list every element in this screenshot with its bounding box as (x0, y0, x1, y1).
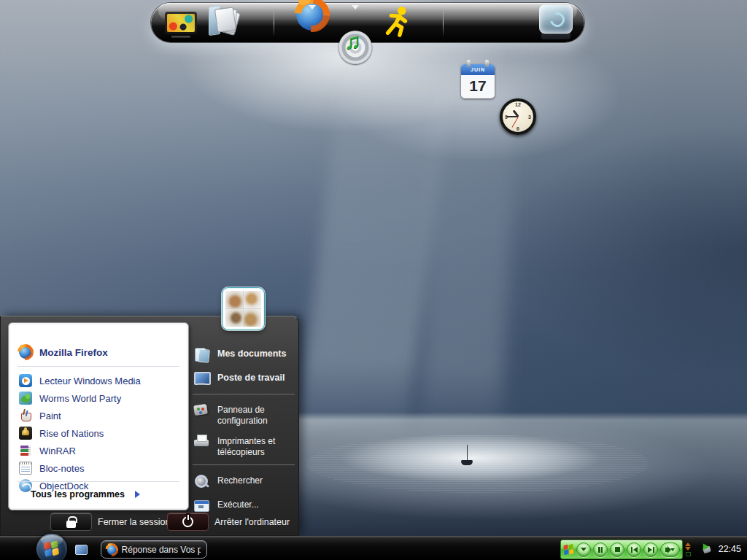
start-menu: Mozilla Firefox Lecteur Windows Media Wo… (0, 316, 299, 536)
firefox-icon (19, 346, 32, 359)
shutdown-label[interactable]: Arrêter l'ordinateur (214, 517, 290, 527)
menu-item-worms[interactable]: Worms World Party (9, 389, 188, 407)
restore-icon (686, 552, 691, 556)
stop-button[interactable] (610, 542, 624, 557)
stop-icon (615, 547, 620, 552)
media-menu-button[interactable] (576, 542, 591, 557)
control-panel-icon (193, 402, 210, 419)
search-icon (193, 472, 210, 490)
paint-icon (19, 409, 32, 422)
music-note-glyph: ♫ (344, 29, 361, 54)
music-cd-icon[interactable]: ♫ (338, 31, 372, 64)
chevron-down-icon (581, 548, 587, 551)
power-icon (182, 516, 193, 527)
menu-item-paint[interactable]: Paint (9, 407, 188, 424)
winrar-icon (19, 444, 32, 457)
windows-media-player-icon (19, 374, 32, 387)
documents-folder-icon[interactable] (209, 4, 247, 38)
speaker-icon (665, 548, 668, 552)
start-menu-places-panel: Mes documents Poste de travail Panneau d… (193, 346, 296, 521)
menu-item-mozilla-firefox[interactable]: Mozilla Firefox (9, 343, 188, 361)
menu-separator (193, 394, 295, 394)
my-computer-icon (193, 370, 210, 387)
menu-item-winrar[interactable]: WinRAR (9, 442, 188, 459)
arrow-up-icon (685, 542, 691, 546)
pause-button[interactable] (593, 542, 608, 557)
taskbar: Réponse dans Vos p... 22:45 (0, 536, 747, 560)
minute-hand (506, 116, 518, 117)
next-button[interactable] (643, 542, 658, 557)
toolbar-resize-controls[interactable] (685, 542, 691, 556)
sailboat (461, 445, 473, 474)
logoff-group: Fermer la session (50, 513, 170, 531)
calendar-month: JUIN (461, 64, 495, 75)
display-properties-icon[interactable] (165, 12, 197, 38)
menu-item-mes-documents[interactable]: Mes documents (193, 346, 296, 363)
windows-media-logo-icon (563, 544, 573, 555)
clock-icon[interactable]: 12 3 6 9 (500, 98, 536, 135)
menu-item-poste-de-travail[interactable]: Poste de travail (193, 370, 296, 387)
boat-mast (467, 445, 468, 461)
previous-button[interactable] (627, 542, 641, 557)
notepad-icon (19, 462, 32, 475)
desktop[interactable]: ♫ JUIN 17 12 3 6 9 (0, 0, 747, 560)
menu-item-windows-media[interactable]: Lecteur Windows Media (9, 372, 188, 389)
menu-item-rechercher[interactable]: Rechercher (193, 472, 296, 490)
menu-item-rise-of-nations[interactable]: Rise of Nations (9, 424, 188, 442)
taskbar-task-button[interactable]: Réponse dans Vos p... (101, 540, 207, 559)
start-menu-programs-panel: Mozilla Firefox Lecteur Windows Media Wo… (8, 322, 189, 510)
all-programs-button[interactable]: Tous les programmes (9, 486, 188, 502)
light-beam (297, 64, 452, 432)
system-tray: 22:45 (701, 537, 741, 560)
running-indicator (309, 5, 316, 9)
windows-logo-icon (44, 541, 59, 556)
power-plug-tray-icon[interactable] (701, 543, 712, 554)
printer-icon (193, 433, 210, 451)
my-documents-icon (193, 346, 210, 363)
logoff-label[interactable]: Fermer la session (98, 517, 170, 527)
user-account-picture[interactable] (222, 288, 264, 330)
logoff-button[interactable] (50, 513, 92, 531)
start-menu-footer: Fermer la session Arrêter l'ordinateur (1, 509, 298, 535)
light-beam (419, 84, 519, 430)
rise-of-nations-icon (19, 427, 32, 440)
menu-separator (193, 464, 295, 465)
volume-button[interactable] (660, 542, 680, 557)
menu-item-bloc-notes[interactable]: Bloc-notes (9, 459, 188, 477)
aim-icon[interactable] (381, 4, 414, 38)
running-indicator (352, 5, 359, 9)
boat-hull (461, 460, 473, 465)
start-button[interactable] (36, 534, 67, 560)
calendar-day: 17 (461, 75, 495, 97)
menu-separator (18, 366, 179, 367)
menu-item-panneau-de-configuration[interactable]: Panneau de configuration (193, 402, 296, 427)
menu-item-imprimantes[interactable]: Imprimantes et télécopieurs (193, 433, 296, 458)
show-desktop-icon[interactable] (75, 545, 88, 555)
dock-separator (274, 9, 274, 37)
lock-icon (66, 521, 76, 528)
worms-world-party-icon (19, 392, 32, 405)
arrow-right-icon (135, 491, 140, 498)
arrow-down-icon (685, 547, 691, 551)
menu-separator (18, 481, 179, 482)
objectdock-bar: ♫ JUIN 17 12 3 6 9 (151, 3, 584, 42)
shutdown-group: Arrêter l'ordinateur (167, 513, 290, 531)
shutdown-button[interactable] (167, 513, 209, 531)
media-player-toolbar (560, 540, 683, 559)
taskbar-clock[interactable]: 22:45 (719, 544, 741, 554)
sea-sparkle (306, 435, 649, 493)
calendar-icon[interactable]: JUIN 17 (461, 64, 495, 98)
dock-separator (443, 9, 444, 37)
firefox-icon (107, 545, 117, 555)
recycle-bin-icon[interactable] (538, 4, 573, 38)
